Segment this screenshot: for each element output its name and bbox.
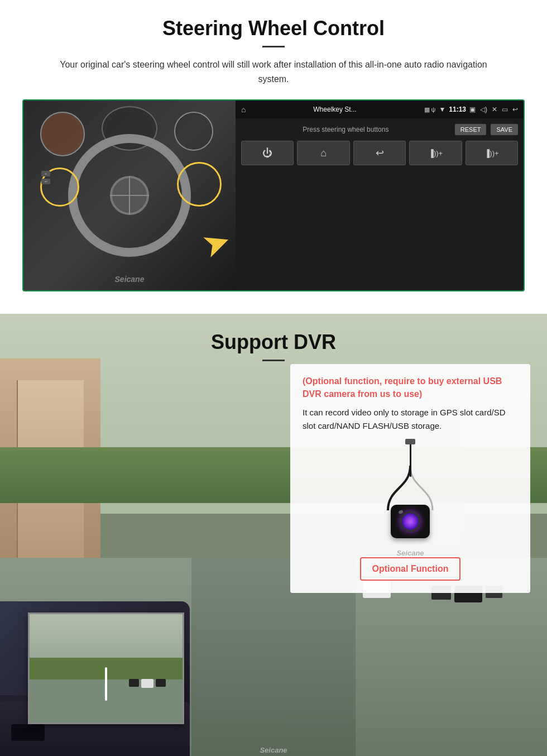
android-ui-panel: ⌂ Wheelkey St... ▦ ψ ▼ 11:13 ▣ ◁) ✕ ▭ ↩ xyxy=(236,101,524,290)
seicane-watermark-2: Seicane xyxy=(260,746,287,754)
close-icon: ✕ xyxy=(492,106,497,113)
volume-icon: ◁) xyxy=(480,106,487,113)
power-button[interactable]: ⏻ xyxy=(241,141,294,165)
android-home-icon: ⌂ xyxy=(241,105,246,114)
control-instruction: Press steering wheel buttons xyxy=(241,126,450,133)
preview-cars xyxy=(129,679,166,688)
steering-divider xyxy=(262,46,285,47)
preview-car-3 xyxy=(156,679,166,687)
home-button[interactable]: ⌂ xyxy=(297,141,349,165)
android-status-icons: ▼ xyxy=(439,106,445,113)
save-button[interactable]: SAVE xyxy=(491,124,518,135)
yellow-arrow-icon: ➤ xyxy=(196,220,236,266)
wifi-icon: ▼ xyxy=(439,106,445,113)
preview-car-2 xyxy=(141,679,153,688)
control-top-row: Press steering wheel buttons RESET SAVE xyxy=(241,124,518,135)
preview-car-1 xyxy=(129,679,139,687)
optional-function-button[interactable]: Optional Function xyxy=(360,557,460,581)
dvr-info-card: (Optional function, require to buy exter… xyxy=(290,364,530,593)
gauge-left xyxy=(40,112,85,156)
back-nav-icon: ↩ xyxy=(512,106,518,113)
dvr-section: Support DVR (Optional function, require … xyxy=(0,314,547,756)
dvr-optional-text: (Optional function, require to buy exter… xyxy=(303,375,518,400)
dvr-content: Support DVR xyxy=(0,314,547,361)
dvr-description: It can record video only to storage in G… xyxy=(303,406,518,433)
vol-up-2-button[interactable]: ▐))+ xyxy=(466,141,518,165)
window-icon: ▭ xyxy=(502,106,508,113)
android-sim-icon: ▦ ψ xyxy=(424,106,436,113)
android-app-name: Wheelkey St... xyxy=(249,106,420,113)
steering-wheel-hub xyxy=(110,176,149,215)
camera-body xyxy=(391,505,430,538)
steering-wheel-bg: + ↩ ➤ Seicane xyxy=(23,101,236,290)
usb-plug xyxy=(405,439,415,444)
vol-up-button[interactable]: ▐))+ xyxy=(409,141,462,165)
steering-control-panel: Press steering wheel buttons RESET SAVE … xyxy=(236,118,524,290)
highlight-circle-right xyxy=(177,162,222,207)
control-buttons-row: ⏻ ⌂ ↩ ▐))+ ▐))+ xyxy=(241,141,518,165)
dvr-preview-image xyxy=(28,613,184,724)
reset-button[interactable]: RESET xyxy=(455,124,487,135)
steering-photo: + ↩ ➤ Seicane xyxy=(23,101,236,290)
android-right-icons: ▣ ◁) ✕ ▭ ↩ xyxy=(469,106,518,113)
steering-image-wrapper: + ↩ ➤ Seicane ⌂ Wheelkey St... ▦ ψ ▼ 11:… xyxy=(22,99,525,291)
dvr-title: Support DVR xyxy=(0,331,547,354)
seicane-watermark-steering: Seicane xyxy=(115,275,145,284)
android-time: 11:13 xyxy=(449,106,466,113)
spoke-v xyxy=(110,195,149,196)
steering-subtitle: Your original car's steering wheel contr… xyxy=(45,58,502,86)
wheel-buttons-left: + ↩ xyxy=(41,171,50,184)
steering-wheel-ring xyxy=(68,134,191,257)
steering-title: Steering Wheel Control xyxy=(22,17,525,40)
dvr-camera-image xyxy=(303,441,518,541)
dvr-divider xyxy=(262,360,285,361)
car-interior-vent xyxy=(11,724,45,741)
camera-icon: ▣ xyxy=(469,106,476,113)
camera-lens xyxy=(400,511,420,532)
android-status-bar: ⌂ Wheelkey St... ▦ ψ ▼ 11:13 ▣ ◁) ✕ ▭ ↩ xyxy=(236,101,524,118)
preview-sky xyxy=(30,614,183,658)
back-button[interactable]: ↩ xyxy=(353,141,406,165)
dvr-camera-assembly xyxy=(391,443,430,538)
gauge-right xyxy=(174,112,213,151)
preview-road-line xyxy=(105,667,107,701)
steering-section: Steering Wheel Control Your original car… xyxy=(0,0,547,314)
dvr-camera-watermark: Seicane xyxy=(303,549,518,557)
